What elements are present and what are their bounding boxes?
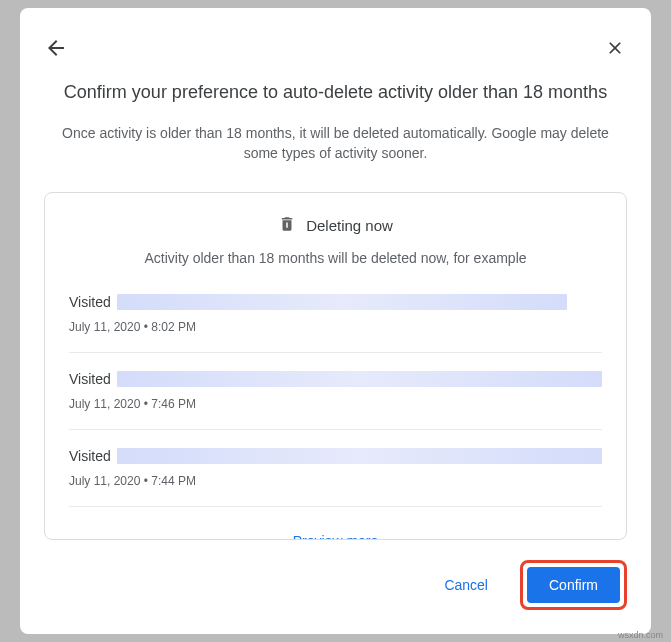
activity-item: Visited July 11, 2020 • 7:44 PM — [69, 448, 602, 507]
back-button[interactable] — [44, 36, 68, 60]
watermark: wsxdn.com — [618, 630, 663, 640]
activity-label: Visited — [69, 448, 111, 464]
activity-item: Visited July 11, 2020 • 8:02 PM — [69, 294, 602, 353]
activity-label: Visited — [69, 371, 111, 387]
redacted-content — [117, 294, 567, 310]
preview-card: Deleting now Activity older than 18 mont… — [44, 192, 627, 540]
confirm-button[interactable]: Confirm — [527, 567, 620, 603]
preview-more-link[interactable]: Preview more — [69, 525, 602, 540]
dialog-subtitle: Once activity is older than 18 months, i… — [44, 123, 627, 164]
redacted-content — [117, 448, 602, 464]
redacted-content — [117, 371, 602, 387]
trash-icon — [278, 215, 296, 236]
deleting-label: Deleting now — [306, 217, 393, 234]
svg-rect-0 — [286, 222, 288, 227]
deleting-subtitle: Activity older than 18 months will be de… — [69, 250, 602, 266]
activity-timestamp: July 11, 2020 • 8:02 PM — [69, 320, 602, 334]
dialog-header — [44, 32, 627, 64]
arrow-back-icon — [44, 36, 68, 60]
activity-timestamp: July 11, 2020 • 7:46 PM — [69, 397, 602, 411]
deleting-header: Deleting now — [69, 215, 602, 236]
confirm-highlight: Confirm — [520, 560, 627, 610]
dialog-footer: Cancel Confirm — [44, 540, 627, 610]
close-button[interactable] — [603, 36, 627, 60]
activity-item: Visited July 11, 2020 • 7:46 PM — [69, 371, 602, 430]
activity-label: Visited — [69, 294, 111, 310]
dialog-title: Confirm your preference to auto-delete a… — [44, 82, 627, 103]
close-icon — [605, 38, 625, 58]
activity-timestamp: July 11, 2020 • 7:44 PM — [69, 474, 602, 488]
cancel-button[interactable]: Cancel — [424, 568, 508, 602]
confirm-dialog: Confirm your preference to auto-delete a… — [20, 8, 651, 634]
